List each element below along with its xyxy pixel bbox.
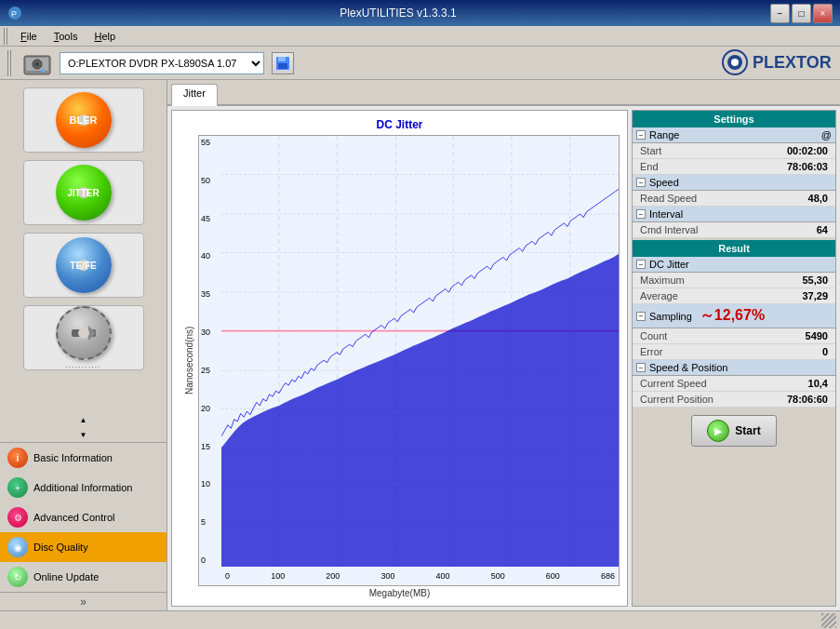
main-content: BLER JITTER TE/FE (0, 80, 840, 610)
menu-bar: File Tools Help (0, 26, 840, 47)
svg-rect-8 (278, 57, 286, 61)
transfer-disc (56, 306, 112, 360)
interval-section-content: Cmd Interval 64 (633, 222, 835, 238)
toolbar: O:PLEXTOR DVDR PX-L890SA 1.07 PLEXTOR (0, 47, 840, 80)
range-label: Range (649, 129, 679, 141)
dc-jitter-section-header[interactable]: − DC Jitter (633, 257, 835, 273)
y-axis-label: Nanosecond(ns) (180, 135, 198, 586)
speed-pos-section-content: Current Speed 10,4 Current Position 78:0… (633, 376, 835, 408)
end-label: End (640, 161, 659, 172)
toolbar-handle (7, 50, 11, 76)
transfer-icon (70, 324, 98, 342)
read-speed-row: Read Speed 48,0 (633, 191, 835, 207)
disc-icon-transfer[interactable]: ........... (23, 305, 144, 370)
additional-info-icon: + (7, 477, 28, 498)
tab-jitter[interactable]: Jitter (171, 84, 218, 106)
menu-tools[interactable]: Tools (47, 29, 86, 44)
range-section-header[interactable]: − Range @ (633, 127, 835, 143)
speed-pos-section-header[interactable]: − Speed & Position (633, 360, 835, 376)
interval-section-header[interactable]: − Interval (633, 207, 835, 222)
svg-rect-9 (278, 63, 287, 69)
additional-information-label: Additional Information (33, 482, 132, 493)
jitter-label: JITTER (67, 188, 99, 198)
disc-icon-bler[interactable]: BLER (23, 87, 144, 153)
online-update-label: Online Update (33, 571, 99, 582)
maximize-button[interactable]: □ (792, 4, 811, 23)
curr-speed-row: Current Speed 10,4 (633, 376, 835, 392)
count-row: Count 5490 (633, 328, 835, 344)
svg-text:P: P (11, 9, 17, 19)
dc-jitter-avg-value: 37,29 (802, 290, 828, 301)
chart-settings-row: DC Jitter Nanosecond(ns) 555045403530252… (167, 106, 840, 610)
sidebar-item-basic-information[interactable]: i Basic Information (0, 443, 167, 473)
minimize-button[interactable]: − (770, 4, 790, 23)
curr-pos-row: Current Position 78:06:60 (633, 392, 835, 408)
speed-section-content: Read Speed 48,0 (633, 191, 835, 207)
range-section-content: Start 00:02:00 End 78:06:03 (633, 143, 835, 175)
tefe-disc: TE/FE (56, 237, 112, 293)
save-button[interactable] (272, 52, 294, 74)
plextor-logo: PLEXTOR (721, 48, 833, 78)
dc-jitter-max-label: Maximum (640, 274, 685, 286)
sidebar-item-advanced-control[interactable]: ⚙ Advanced Control (0, 502, 167, 532)
sampling-label: Sampling (649, 311, 692, 322)
range-start-row: Start 00:02:00 (633, 143, 835, 159)
online-update-icon: ↻ (7, 567, 28, 587)
close-button[interactable]: × (813, 4, 833, 23)
start-btn-area: ▶ Start (633, 408, 835, 454)
speed-label: Speed (649, 177, 679, 188)
start-value: 00:02:00 (787, 145, 828, 156)
sidebar-item-disc-quality[interactable]: ◉ Disc Quality (0, 532, 167, 562)
sidebar-scroll-down[interactable]: ▼ (0, 427, 167, 442)
save-icon (275, 56, 290, 71)
sidebar: BLER JITTER TE/FE (0, 80, 167, 610)
x-axis-label: Megabyte(MB) (180, 588, 620, 598)
dc-jitter-avg-row: Average 37,29 (633, 288, 835, 304)
dc-jitter-max-row: Maximum 55,30 (633, 273, 835, 288)
sampling-expand-icon: − (636, 312, 646, 321)
menu-help[interactable]: Help (87, 29, 123, 44)
error-value: 0 (822, 346, 828, 357)
disc-quality-label: Disc Quality (33, 542, 88, 553)
drive-select[interactable]: O:PLEXTOR DVDR PX-L890SA 1.07 (60, 52, 264, 74)
sidebar-expand-btn[interactable]: » (0, 592, 167, 610)
count-value: 5490 (806, 330, 828, 341)
error-row: Error 0 (633, 344, 835, 360)
basic-information-label: Basic Information (33, 452, 113, 463)
window-controls: − □ × (770, 4, 833, 23)
menu-file[interactable]: File (13, 29, 45, 44)
chart-title: DC Jitter (180, 118, 620, 131)
dc-jitter-avg-label: Average (640, 290, 678, 301)
right-panel: Jitter DC Jitter Nanosecond(ns) 55504540… (167, 80, 840, 610)
nav-items: i Basic Information + Additional Informa… (0, 442, 167, 592)
drive-icon (22, 48, 52, 78)
chart-area: Nanosecond(ns) 5550454035302520151050 (180, 135, 620, 586)
start-button[interactable]: ▶ Start (691, 415, 776, 447)
start-label: Start (640, 145, 661, 156)
menu-handle (4, 28, 7, 45)
chart-svg (221, 136, 619, 567)
tefe-label: TE/FE (70, 261, 96, 271)
curr-pos-value: 78:06:60 (787, 394, 828, 405)
sidebar-item-online-update[interactable]: ↻ Online Update (0, 562, 167, 592)
advanced-control-label: Advanced Control (33, 512, 114, 523)
disc-icon-jitter[interactable]: JITTER (23, 160, 144, 225)
bler-label: BLER (70, 114, 98, 126)
sidebar-scroll-up[interactable]: ▲ (0, 412, 167, 427)
speed-pos-expand-icon: − (636, 363, 646, 372)
sidebar-item-additional-information[interactable]: + Additional Information (0, 473, 167, 502)
dc-jitter-max-value: 55,30 (802, 274, 828, 286)
read-speed-value: 48,0 (808, 193, 828, 204)
bler-disc: BLER (56, 92, 112, 148)
status-grip (821, 613, 836, 628)
cmd-interval-row: Cmd Interval 64 (633, 222, 835, 238)
jitter-disc: JITTER (56, 165, 112, 221)
disc-quality-icon: ◉ (7, 537, 28, 557)
dc-jitter-section-content: Maximum 55,30 Average 37,29 (633, 273, 835, 304)
disc-icon-tefe[interactable]: TE/FE (23, 233, 144, 298)
speed-section-header[interactable]: − Speed (633, 175, 835, 191)
svg-point-6 (41, 69, 45, 73)
dc-jitter-label: DC Jitter (649, 259, 689, 270)
sampling-section-header[interactable]: − Sampling ～12,67% (633, 304, 835, 328)
chart-container: DC Jitter Nanosecond(ns) 555045403530252… (171, 110, 628, 607)
